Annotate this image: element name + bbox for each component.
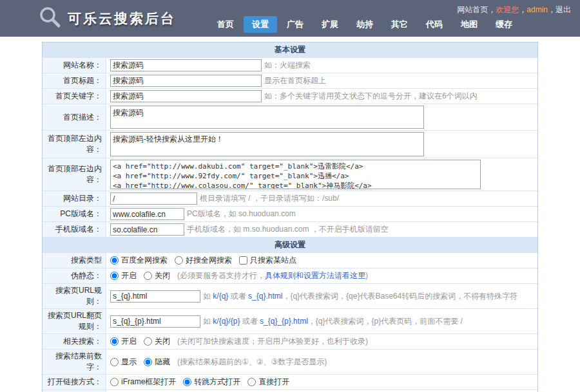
app-title: 可乐云搜索后台 — [68, 10, 176, 28]
result-number-show-radio[interactable] — [110, 358, 119, 366]
home-title-input[interactable] — [110, 75, 262, 87]
top-links: 网站首页，欢迎您，admin，退出 — [457, 5, 571, 15]
result-number-hide-option[interactable]: 隐藏 — [144, 357, 170, 368]
pseudo-static-on-option[interactable]: 开启 — [110, 270, 137, 281]
nav-tab-hijack[interactable]: 劫持 — [348, 16, 382, 33]
nav-tab-cache[interactable]: 缓存 — [487, 16, 521, 33]
separator: ， — [519, 5, 527, 14]
nav-tab-other[interactable]: 其它 — [383, 16, 416, 33]
option-label: 只搜索某站点 — [250, 255, 296, 266]
form-row-result-number: 搜索结果前数字： 显示 隐藏 (搜索结果标题前的①、②、③数字是否显示) — [43, 350, 537, 375]
section-header-basic: 基本设置 — [43, 42, 537, 58]
field-label: 网站目录： — [43, 191, 106, 206]
username-link[interactable]: admin — [527, 5, 548, 14]
option-label: 开启 — [121, 270, 137, 281]
settings-form: 基本设置 网站名称： 如：火端搜索 首页标题： 显示在首页标题上 首页关键字： … — [42, 42, 538, 392]
main-nav: 首页 设置 广告 扩展 劫持 其它 代码 地图 缓存 — [209, 16, 521, 33]
option-label: 百度全网搜索 — [121, 255, 168, 266]
field-label: 网站名称： — [43, 58, 106, 73]
site-name-input[interactable] — [110, 59, 262, 71]
pseudo-static-off-radio[interactable] — [144, 272, 152, 280]
home-link[interactable]: 网站首页 — [457, 5, 488, 14]
result-number-show-option[interactable]: 显示 — [110, 357, 137, 368]
option-label: 直接打开 — [258, 377, 289, 387]
app-header: 可乐云搜索后台 网站首页，欢迎您，admin，退出 首页 设置 广告 扩展 劫持… — [0, 0, 580, 37]
field-hint: (必须要服务器支持才行，具体规则和设置方法请看这里) — [177, 270, 534, 281]
field-label: 搜索页URL规则： — [43, 284, 106, 308]
nav-tab-extensions[interactable]: 扩展 — [313, 16, 347, 33]
option-label: iFrame框架打开 — [121, 377, 176, 387]
field-hint: 如 k/{q}/{p} 或者 s_{q}_{p}.html，{q}代表搜索词，{… — [203, 316, 534, 327]
form-row-pseudo-static: 伪静态： 开启 关闭 (必须要服务器支持才行，具体规则和设置方法请看这里) — [43, 268, 537, 284]
url-page-rule-example: s_{q}_{p}.html — [260, 317, 308, 326]
welcome-text: 欢迎您 — [496, 5, 519, 14]
open-mode-iframe-option[interactable]: iFrame框架打开 — [110, 377, 176, 387]
pseudo-static-off-option[interactable]: 关闭 — [144, 270, 170, 281]
field-label: 搜索页URL翻页规则： — [43, 309, 106, 333]
option-label: 转跳方式打开 — [194, 377, 240, 387]
hint-text: ，{q}代表搜索词，{p}代表页码，前面不需要 / — [308, 317, 463, 326]
section-header-advanced: 高级设置 — [43, 238, 537, 253]
related-search-off-radio[interactable] — [144, 337, 152, 346]
url-page-rule-input[interactable] — [110, 315, 200, 328]
top-right-content-textarea[interactable]: <a href="http://www.dakubi.com" target="… — [110, 160, 481, 189]
separator: ， — [548, 5, 556, 14]
magnifier-icon — [37, 5, 62, 32]
open-mode-direct-option[interactable]: 直接打开 — [247, 377, 289, 387]
url-rule-example: k/{q} — [213, 292, 228, 301]
form-row-search-type: 搜索类型 百度全网搜索 好搜全网搜索 只搜索某站点 — [43, 253, 537, 268]
field-label: 搜索类型 — [43, 253, 106, 268]
nav-tab-sitemap[interactable]: 地图 — [452, 16, 486, 33]
field-label: PC版域名： — [43, 207, 106, 221]
field-label: 首页标题： — [43, 73, 106, 88]
field-label: 打开链接方式： — [43, 375, 106, 389]
home-desc-textarea[interactable]: 搜索源码 — [110, 106, 424, 129]
mobile-domain-input[interactable] — [110, 223, 184, 236]
form-row-home-title: 首页标题： 显示在首页标题上 — [43, 73, 537, 89]
related-search-on-radio[interactable] — [110, 337, 119, 346]
search-type-haosou-radio[interactable] — [175, 256, 183, 265]
search-type-baidu-option[interactable]: 百度全网搜索 — [110, 255, 168, 266]
site-dir-input[interactable] — [110, 192, 197, 205]
option-label: 关闭 — [155, 270, 170, 281]
url-rule-input[interactable] — [110, 290, 200, 303]
open-mode-iframe-radio[interactable] — [110, 378, 119, 386]
hint-text: 如 — [203, 317, 213, 326]
field-label: 伪静态： — [43, 268, 106, 283]
nav-tab-settings[interactable]: 设置 — [244, 16, 277, 33]
nav-tab-home[interactable]: 首页 — [209, 16, 242, 33]
search-type-baidu-radio[interactable] — [110, 256, 119, 265]
search-type-site-only-checkbox[interactable] — [239, 256, 247, 265]
field-label: 搜索结果前数字： — [43, 350, 106, 374]
form-row-site-dir: 网站目录： 根目录请填写 / ，子目录请填写如：/sub/ — [43, 191, 537, 207]
open-mode-redirect-radio[interactable] — [183, 378, 191, 386]
home-keywords-input[interactable] — [110, 90, 262, 102]
form-row-top-left-content: 首页顶部左边内容： 搜索源码-轻快搜索从这里开始！ — [43, 131, 537, 158]
hint-text: 或者 — [228, 292, 248, 301]
field-label: 首页顶部右边内容： — [43, 158, 106, 191]
field-hint: 显示在首页标题上 — [264, 75, 534, 86]
nav-tab-ads[interactable]: 广告 — [278, 16, 312, 33]
result-number-hide-radio[interactable] — [144, 358, 152, 366]
related-search-off-option[interactable]: 关闭 — [144, 336, 170, 347]
pseudo-static-on-radio[interactable] — [110, 272, 119, 280]
search-type-site-only-option[interactable]: 只搜索某站点 — [239, 255, 296, 266]
nav-tab-code[interactable]: 代码 — [418, 16, 451, 33]
field-hint: 手机版域名，如 m.so.huoduan.com ，不开启手机版请留空 — [187, 224, 534, 235]
open-mode-direct-radio[interactable] — [247, 378, 256, 386]
field-label: 首页关键字： — [43, 89, 106, 104]
pseudo-static-help-link[interactable]: 具体规则和设置方法请看这里 — [265, 271, 365, 280]
field-hint: (关闭可加快搜索速度；开启用户体验更好，也利于收录) — [177, 336, 534, 347]
url-rule-example: s_{q}.html — [248, 292, 282, 301]
hint-text: ) — [365, 271, 368, 280]
search-type-haosou-option[interactable]: 好搜全网搜索 — [175, 255, 232, 266]
logout-link[interactable]: 退出 — [556, 5, 571, 14]
open-mode-redirect-option[interactable]: 转跳方式打开 — [183, 377, 240, 387]
top-left-content-textarea[interactable]: 搜索源码-轻快搜索从这里开始！ — [110, 132, 424, 156]
field-hint: 如：火端搜索 — [264, 60, 534, 71]
form-row-url-rule: 搜索页URL规则： 如 k/{q} 或者 s_{q}.html，{q}代表搜索词… — [43, 284, 537, 309]
form-row-top-right-content: 首页顶部右边内容： <a href="http://www.dakubi.com… — [43, 158, 537, 191]
field-hint: 如 k/{q} 或者 s_{q}.html，{q}代表搜索词，{qe}代表Bas… — [203, 291, 534, 302]
related-search-on-option[interactable]: 开启 — [110, 336, 137, 347]
pc-domain-input[interactable] — [110, 208, 184, 220]
